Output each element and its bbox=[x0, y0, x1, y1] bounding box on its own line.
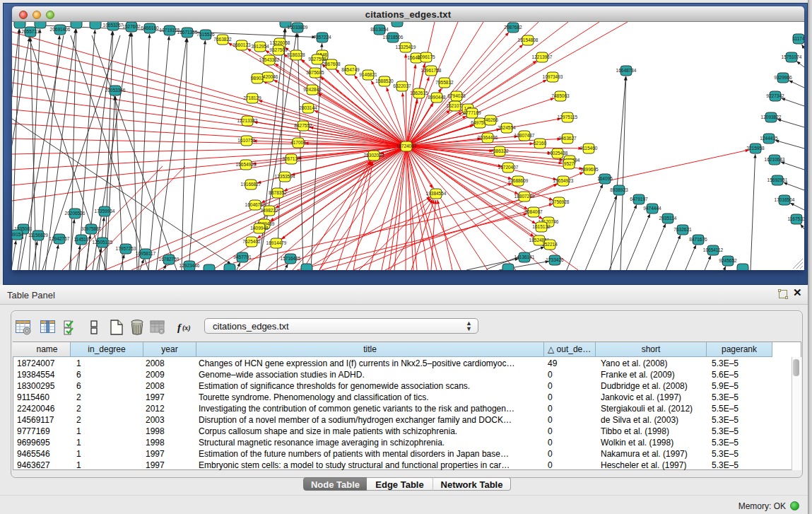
svg-text:f: f bbox=[177, 322, 182, 333]
svg-text:9245652: 9245652 bbox=[719, 258, 737, 263]
svg-text:9463627: 9463627 bbox=[558, 136, 577, 141]
svg-text:1362615: 1362615 bbox=[410, 90, 428, 95]
svg-text:164095: 164095 bbox=[597, 176, 613, 181]
svg-text:2055713: 2055713 bbox=[21, 29, 40, 34]
svg-text:3624554: 3624554 bbox=[498, 125, 516, 130]
svg-text:18724007: 18724007 bbox=[396, 144, 417, 148]
svg-text:(x): (x) bbox=[182, 324, 191, 332]
svg-text:746266: 746266 bbox=[483, 117, 498, 122]
svg-text:6479197: 6479197 bbox=[630, 197, 648, 201]
svg-text:12975115: 12975115 bbox=[558, 115, 578, 119]
svg-text:15751074: 15751074 bbox=[782, 54, 802, 59]
svg-text:12213382: 12213382 bbox=[237, 118, 258, 123]
svg-text:10025438: 10025438 bbox=[548, 151, 568, 156]
svg-text:9777169: 9777169 bbox=[463, 110, 481, 115]
svg-text:11156829: 11156829 bbox=[28, 233, 48, 238]
svg-text:10653267: 10653267 bbox=[103, 23, 124, 28]
svg-text:8990448: 8990448 bbox=[428, 95, 446, 100]
svg-text:10973493: 10973493 bbox=[543, 74, 563, 79]
svg-text:9474444: 9474444 bbox=[643, 206, 661, 211]
svg-text:16914479: 16914479 bbox=[266, 240, 287, 245]
svg-text:417004: 417004 bbox=[290, 140, 306, 145]
svg-text:17359934: 17359934 bbox=[95, 209, 115, 214]
svg-text:13325419: 13325419 bbox=[396, 45, 416, 49]
svg-text:2087682: 2087682 bbox=[504, 25, 522, 30]
svg-text:8454749: 8454749 bbox=[341, 67, 360, 72]
svg-text:14136141: 14136141 bbox=[514, 255, 535, 259]
svg-text:10688609: 10688609 bbox=[508, 178, 529, 183]
svg-text:1527602: 1527602 bbox=[122, 24, 141, 29]
svg-text:3498222: 3498222 bbox=[260, 208, 278, 213]
svg-text:16033809: 16033809 bbox=[288, 25, 308, 30]
svg-text:12093822: 12093822 bbox=[761, 115, 782, 119]
svg-text:20364436: 20364436 bbox=[478, 135, 498, 140]
svg-text:8471676: 8471676 bbox=[689, 237, 707, 242]
svg-text:62160: 62160 bbox=[534, 141, 546, 146]
svg-text:1096175: 1096175 bbox=[417, 54, 435, 59]
svg-text:19218506: 19218506 bbox=[383, 35, 404, 40]
svg-text:17016504: 17016504 bbox=[775, 197, 795, 202]
svg-text:30975887: 30975887 bbox=[81, 226, 102, 231]
svg-text:3912954: 3912954 bbox=[251, 44, 269, 49]
svg-text:19166827: 19166827 bbox=[241, 182, 261, 187]
svg-text:8878352: 8878352 bbox=[269, 190, 287, 195]
svg-text:9115460: 9115460 bbox=[580, 146, 598, 151]
svg-text:19384554: 19384554 bbox=[426, 191, 447, 196]
svg-text:2935114: 2935114 bbox=[659, 216, 677, 221]
svg-text:8427552: 8427552 bbox=[294, 123, 312, 128]
svg-text:11174: 11174 bbox=[792, 36, 804, 41]
svg-text:1621072: 1621072 bbox=[446, 103, 464, 108]
svg-text:16654923: 16654923 bbox=[236, 162, 257, 167]
svg-text:9327500: 9327500 bbox=[269, 47, 288, 52]
svg-text:12923446: 12923446 bbox=[180, 263, 200, 268]
svg-text:1409948: 1409948 bbox=[250, 226, 269, 230]
svg-text:3875685: 3875685 bbox=[306, 70, 324, 75]
svg-text:9660123: 9660123 bbox=[233, 42, 251, 47]
svg-text:9457791: 9457791 bbox=[233, 255, 252, 259]
svg-text:7955812: 7955812 bbox=[435, 80, 454, 85]
svg-text:20691406: 20691406 bbox=[50, 27, 71, 32]
svg-text:20053346: 20053346 bbox=[105, 88, 126, 93]
svg-text:12942757: 12942757 bbox=[49, 236, 70, 241]
svg-text:39154: 39154 bbox=[12, 232, 23, 237]
svg-text:12353594: 12353594 bbox=[275, 174, 295, 179]
svg-text:1588520: 1588520 bbox=[375, 78, 394, 83]
svg-text:3215958: 3215958 bbox=[746, 146, 765, 151]
svg-text:15716485: 15716485 bbox=[281, 256, 301, 261]
svg-text:252214: 252214 bbox=[542, 242, 558, 247]
svg-text:98902: 98902 bbox=[251, 76, 264, 81]
svg-text:7632621: 7632621 bbox=[673, 227, 692, 232]
svg-text:9329966: 9329966 bbox=[774, 75, 792, 80]
svg-text:6794028: 6794028 bbox=[447, 93, 466, 98]
svg-text:6466160: 6466160 bbox=[141, 25, 159, 30]
svg-text:10654112: 10654112 bbox=[703, 247, 724, 252]
svg-text:19654923: 19654923 bbox=[553, 178, 574, 183]
svg-text:8186328: 8186328 bbox=[287, 52, 305, 57]
svg-text:3267130: 3267130 bbox=[282, 156, 300, 161]
svg-text:7515526: 7515526 bbox=[196, 32, 215, 37]
svg-text:15692951: 15692951 bbox=[767, 177, 788, 182]
svg-text:16046788: 16046788 bbox=[245, 202, 266, 207]
svg-text:6322037: 6322037 bbox=[393, 83, 411, 88]
svg-text:9146821: 9146821 bbox=[359, 72, 377, 77]
svg-text:12213967: 12213967 bbox=[532, 54, 553, 59]
svg-text:1167533: 1167533 bbox=[788, 216, 804, 221]
svg-text:9527: 9527 bbox=[564, 161, 575, 166]
svg-text:7663822: 7663822 bbox=[213, 37, 232, 42]
svg-text:16671355: 16671355 bbox=[177, 30, 198, 35]
svg-text:10756928: 10756928 bbox=[549, 199, 570, 204]
svg-text:16648784: 16648784 bbox=[616, 68, 637, 73]
svg-text:18807249: 18807249 bbox=[514, 194, 535, 199]
svg-text:9227342: 9227342 bbox=[766, 93, 784, 98]
svg-text:1733426: 1733426 bbox=[546, 257, 564, 262]
svg-text:2718129: 2718129 bbox=[243, 95, 261, 100]
svg-text:1615132: 1615132 bbox=[532, 224, 551, 229]
svg-text:25302023: 25302023 bbox=[364, 153, 384, 158]
svg-text:7625402: 7625402 bbox=[242, 239, 261, 244]
svg-text:13226058: 13226058 bbox=[270, 40, 290, 45]
svg-text:16210643: 16210643 bbox=[765, 157, 785, 162]
svg-text:8813054: 8813054 bbox=[370, 27, 389, 32]
svg-text:20206526: 20206526 bbox=[65, 211, 86, 216]
svg-text:1244415: 1244415 bbox=[760, 136, 778, 141]
svg-text:9899695: 9899695 bbox=[580, 167, 599, 172]
